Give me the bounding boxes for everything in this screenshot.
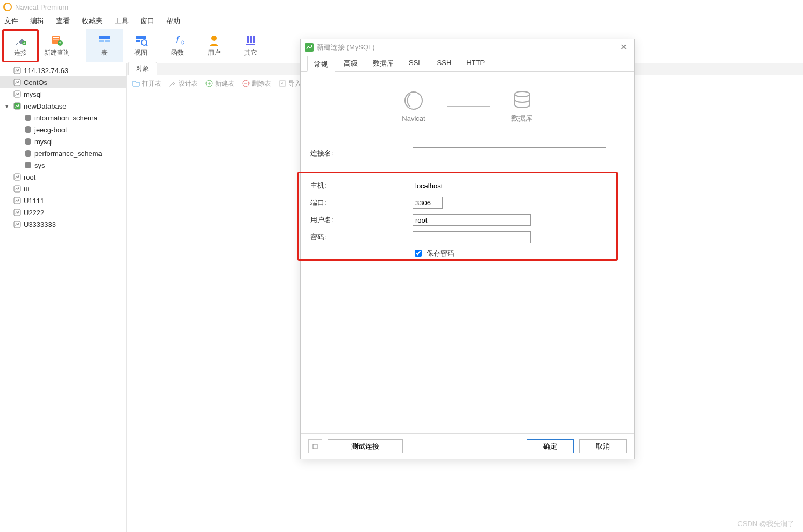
password-input[interactable] bbox=[413, 231, 531, 243]
mysql-icon bbox=[305, 43, 314, 52]
function-button[interactable]: f(x) 函数 bbox=[159, 29, 196, 62]
conn-icon bbox=[13, 208, 22, 217]
design-table-button[interactable]: 设计表 bbox=[169, 79, 198, 88]
watermark: CSDN @我先润了 bbox=[737, 519, 794, 529]
tree-item[interactable]: mysql bbox=[0, 88, 126, 100]
view-icon bbox=[134, 33, 148, 47]
svg-point-17 bbox=[211, 36, 217, 41]
connect-label: 连接 bbox=[14, 48, 27, 58]
tree-item[interactable]: sys bbox=[0, 159, 126, 171]
conn-icon bbox=[13, 78, 22, 87]
cancel-button[interactable]: 取消 bbox=[579, 439, 627, 453]
function-label: 函数 bbox=[171, 48, 184, 58]
database-node-icon bbox=[511, 89, 533, 110]
save-password-checkbox[interactable] bbox=[415, 250, 422, 257]
table-icon bbox=[97, 33, 111, 47]
user-input[interactable] bbox=[413, 214, 531, 226]
conn-icon bbox=[13, 90, 22, 98]
plug-icon: + bbox=[13, 33, 27, 47]
objects-tab[interactable]: 对象 bbox=[128, 62, 157, 75]
connection-line bbox=[447, 106, 490, 107]
tree-item[interactable]: jeecg-boot bbox=[0, 124, 126, 136]
menu-window[interactable]: 窗口 bbox=[140, 16, 154, 26]
svg-rect-19 bbox=[250, 36, 252, 43]
tree-item-label: mysql bbox=[34, 138, 53, 146]
tree-item[interactable]: ttt bbox=[0, 183, 126, 195]
menu-help[interactable]: 帮助 bbox=[166, 16, 180, 26]
tree-item[interactable]: information_schema bbox=[0, 112, 126, 124]
tab-http[interactable]: HTTP bbox=[460, 55, 491, 71]
conn-icon bbox=[13, 66, 22, 75]
dialog-title: 新建连接 (MySQL) bbox=[317, 42, 617, 52]
tree-item[interactable]: U3333333 bbox=[0, 218, 126, 230]
connection-graphic: Navicat 数据库 bbox=[310, 89, 624, 123]
tree-item[interactable]: ▾newDatabase bbox=[0, 100, 126, 112]
menu-tools[interactable]: 工具 bbox=[115, 16, 129, 26]
conn-name-input[interactable] bbox=[413, 147, 606, 159]
tree-item[interactable]: U2222 bbox=[0, 207, 126, 218]
svg-rect-21 bbox=[246, 44, 255, 45]
navicat-node-icon bbox=[403, 90, 424, 111]
other-label: 其它 bbox=[244, 48, 257, 58]
conn-name-label: 连接名: bbox=[310, 148, 413, 158]
tab-general[interactable]: 常规 bbox=[307, 56, 335, 72]
tree-item[interactable]: mysql bbox=[0, 136, 126, 147]
tree-item[interactable]: performance_schema bbox=[0, 147, 126, 159]
delete-table-button[interactable]: 删除表 bbox=[242, 79, 271, 88]
menu-file[interactable]: 文件 bbox=[4, 16, 18, 26]
port-label: 端口: bbox=[310, 198, 413, 208]
table-button[interactable]: 表 bbox=[86, 29, 123, 62]
pin-button[interactable] bbox=[308, 439, 322, 453]
svg-text:+: + bbox=[59, 40, 61, 46]
user-button[interactable]: 用户 bbox=[196, 29, 232, 62]
svg-point-41 bbox=[515, 91, 530, 97]
svg-rect-20 bbox=[253, 36, 255, 43]
app-title: Navicat Premium bbox=[15, 3, 68, 11]
open-table-button[interactable]: 打开表 bbox=[132, 79, 161, 88]
svg-rect-18 bbox=[247, 36, 249, 43]
new-query-icon: + bbox=[50, 33, 64, 47]
view-button[interactable]: 视图 bbox=[123, 29, 159, 62]
other-button[interactable]: 其它 bbox=[232, 29, 269, 62]
tree-item-label: U2222 bbox=[24, 209, 44, 217]
database-icon bbox=[24, 114, 32, 122]
new-query-button[interactable]: + 新建查询 bbox=[39, 29, 75, 62]
tree-item-label: root bbox=[24, 173, 35, 181]
svg-rect-42 bbox=[313, 444, 317, 449]
new-table-button[interactable]: 新建表 bbox=[205, 79, 234, 88]
import-button[interactable]: 导入 bbox=[279, 79, 301, 88]
tree-item-label: 114.132.74.63 bbox=[24, 67, 68, 75]
database-node-label: 数据库 bbox=[511, 114, 532, 123]
tree-item-label: information_schema bbox=[34, 114, 97, 122]
menu-favorites[interactable]: 收藏夹 bbox=[82, 16, 103, 26]
menu-view[interactable]: 查看 bbox=[56, 16, 70, 26]
connect-button[interactable]: + 连接 bbox=[2, 29, 39, 62]
svg-text:+: + bbox=[23, 41, 26, 46]
port-input[interactable] bbox=[413, 197, 443, 209]
menu-edit[interactable]: 编辑 bbox=[30, 16, 44, 26]
tab-database[interactable]: 数据库 bbox=[366, 55, 400, 71]
tree-item[interactable]: root bbox=[0, 171, 126, 183]
tree-item-label: newDatabase bbox=[24, 102, 67, 110]
ok-button[interactable]: 确定 bbox=[527, 439, 574, 453]
new-query-label: 新建查询 bbox=[44, 48, 70, 58]
tree-item[interactable]: CentOs bbox=[0, 76, 126, 88]
plus-circle-icon bbox=[205, 80, 213, 87]
other-icon bbox=[244, 33, 258, 47]
tree-item[interactable]: 114.132.74.63 bbox=[0, 65, 126, 76]
host-input[interactable] bbox=[413, 180, 606, 191]
tab-ssl[interactable]: SSL bbox=[402, 55, 429, 71]
tab-ssh[interactable]: SSH bbox=[431, 55, 458, 71]
svg-rect-10 bbox=[105, 40, 110, 42]
test-connection-button[interactable]: 测试连接 bbox=[328, 439, 403, 453]
tree-item-label: sys bbox=[34, 161, 45, 169]
user-label: 用户 bbox=[208, 48, 221, 58]
dialog-titlebar[interactable]: 新建连接 (MySQL) ✕ bbox=[301, 39, 634, 55]
connection-tree[interactable]: 114.132.74.63CentOsmysql▾newDatabaseinfo… bbox=[0, 63, 127, 532]
svg-rect-9 bbox=[99, 40, 104, 42]
dialog-close-button[interactable]: ✕ bbox=[617, 42, 630, 52]
tab-advanced[interactable]: 高级 bbox=[337, 55, 364, 71]
tree-item[interactable]: U1111 bbox=[0, 195, 126, 207]
table-label: 表 bbox=[101, 48, 108, 58]
expand-icon[interactable]: ▾ bbox=[3, 103, 11, 110]
